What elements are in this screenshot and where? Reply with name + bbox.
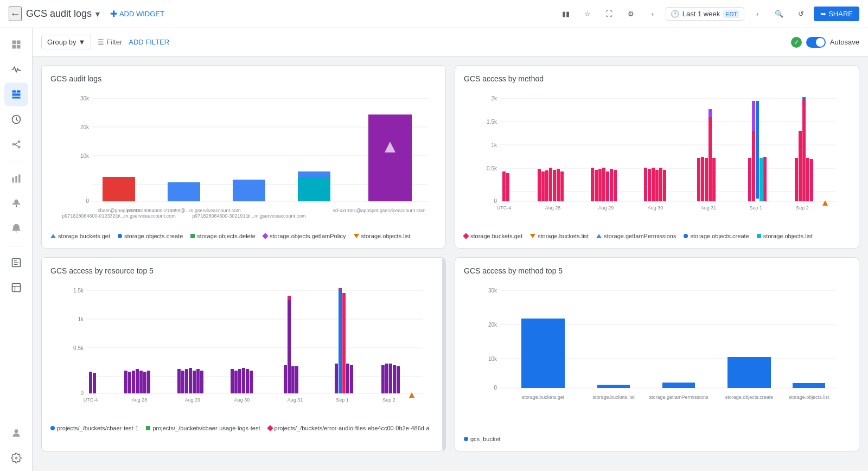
svg-rect-78 xyxy=(712,158,716,201)
svg-rect-136 xyxy=(339,290,342,393)
svg-text:p971828084600-012332@...m.gser: p971828084600-012332@...m.gserviceaccoun… xyxy=(62,213,175,219)
svg-text:30k: 30k xyxy=(488,288,497,294)
svg-text:10k: 10k xyxy=(80,153,90,159)
svg-rect-62 xyxy=(598,169,602,201)
svg-rect-61 xyxy=(595,170,598,201)
sidebar-item-user[interactable] xyxy=(4,421,28,445)
svg-rect-69 xyxy=(652,168,655,201)
svg-text:1.5k: 1.5k xyxy=(487,119,497,125)
sidebar-item-metrics[interactable] xyxy=(4,167,28,190)
autosave-label: Autosave xyxy=(830,38,859,46)
svg-rect-6 xyxy=(12,93,20,96)
legend-getiam: storage.getIamPermissions xyxy=(596,233,676,239)
nav-actions: ▮▮ ☆ ⛶ ⚙ ‹ 🕐 Last 1 week EDT › 🔍 ↺ ➥ SHA… xyxy=(557,5,859,23)
svg-rect-54 xyxy=(541,171,545,201)
sync-icon[interactable]: ↺ xyxy=(792,5,809,23)
legend-item-objects-delete: storage.objects.delete xyxy=(190,233,256,239)
svg-rect-33 xyxy=(368,114,412,201)
svg-text:sd-uxr-001@appspot.gserviceacc: sd-uxr-001@appspot.gserviceaccount.com xyxy=(333,208,425,213)
group-by-arrow: ▼ xyxy=(78,38,85,46)
filter-icon: ☰ xyxy=(98,38,104,46)
svg-text:0: 0 xyxy=(86,198,89,204)
main-content: GCS audit logs 30k 20k 10k 0 xyxy=(33,56,868,460)
svg-rect-118 xyxy=(181,371,184,393)
group-by-button[interactable]: Group by ▼ xyxy=(41,35,91,49)
svg-rect-68 xyxy=(648,169,651,201)
add-filter-button[interactable]: ADD FILTER xyxy=(129,38,169,46)
svg-rect-56 xyxy=(549,168,552,201)
svg-rect-131 xyxy=(288,300,291,393)
sidebar-divider-2 xyxy=(8,246,25,246)
sidebar-item-uptime[interactable] xyxy=(4,276,28,300)
svg-rect-114 xyxy=(139,371,143,393)
filter-button[interactable]: ☰ Filter xyxy=(98,38,122,46)
svg-rect-164 xyxy=(662,383,695,388)
share-button[interactable]: ➥ SHARE xyxy=(814,7,859,21)
svg-rect-64 xyxy=(606,171,609,201)
gcs-audit-logs-chart: 30k 20k 10k 0 cbaer@google.com xyxy=(50,87,437,228)
time-range-selector[interactable]: 🕐 Last 1 week EDT xyxy=(666,7,744,21)
sidebar-item-debug[interactable] xyxy=(4,192,28,215)
svg-text:0.5k: 0.5k xyxy=(73,345,84,351)
svg-rect-115 xyxy=(143,372,146,393)
svg-text:Sep 1: Sep 1 xyxy=(749,205,762,211)
page-title: GCS audit logs xyxy=(26,8,92,20)
svg-rect-112 xyxy=(132,371,135,393)
gcs-method-top5-title: GCS access by method top 5 xyxy=(464,266,850,275)
legend-icon xyxy=(146,426,150,430)
svg-text:0: 0 xyxy=(494,198,497,204)
title-dropdown-arrow[interactable]: ▼ xyxy=(94,10,101,18)
svg-rect-141 xyxy=(381,365,385,393)
svg-rect-166 xyxy=(793,383,825,388)
svg-rect-111 xyxy=(128,372,131,393)
legend-icon xyxy=(757,234,761,238)
legend-icon xyxy=(354,234,359,238)
svg-text:storage.buckets.list: storage.buckets.list xyxy=(592,394,635,400)
svg-rect-143 xyxy=(389,364,392,393)
svg-rect-31 xyxy=(298,177,330,201)
legend-objects-list: storage.objects.list xyxy=(757,233,813,239)
sidebar-item-monitoring[interactable] xyxy=(4,58,28,81)
sidebar-item-logs[interactable] xyxy=(4,107,28,131)
svg-rect-72 xyxy=(663,170,666,201)
svg-text:Aug 28: Aug 28 xyxy=(132,397,148,403)
next-icon[interactable]: › xyxy=(749,5,766,23)
svg-text:storage.objects.create: storage.objects.create xyxy=(725,394,774,400)
svg-text:Aug 30: Aug 30 xyxy=(648,205,663,211)
sidebar-item-settings[interactable] xyxy=(4,446,28,460)
prev-icon[interactable]: ‹ xyxy=(644,5,661,23)
sidebar-item-trace[interactable] xyxy=(4,132,28,156)
layout-icon[interactable]: ▮▮ xyxy=(557,5,575,23)
legend-item-buckets-get: storage.buckets.get xyxy=(50,233,110,239)
legend-icon xyxy=(596,234,602,238)
add-widget-button[interactable]: ✚ ADD WIDGET xyxy=(110,9,164,19)
autosave-toggle[interactable] xyxy=(806,37,826,48)
svg-rect-83 xyxy=(760,158,763,201)
star-icon[interactable]: ☆ xyxy=(579,5,596,23)
gcs-method-top5-panel: GCS access by method top 5 30k 20k 10k 0 xyxy=(455,257,859,451)
fullscreen-icon[interactable]: ⛶ xyxy=(601,5,618,23)
svg-rect-76 xyxy=(709,117,712,201)
svg-rect-3 xyxy=(16,45,20,49)
sidebar-item-alerts[interactable] xyxy=(4,217,28,240)
legend-icon xyxy=(262,233,268,239)
gcs-resource-top5-legend: projects/_/buckets/cbaer-test-1 projects… xyxy=(50,425,437,431)
back-button[interactable]: ← xyxy=(9,7,22,21)
svg-text:1.5k: 1.5k xyxy=(73,288,84,294)
svg-rect-85 xyxy=(795,158,798,201)
sidebar-item-dashboard[interactable] xyxy=(4,33,28,56)
svg-point-18 xyxy=(15,457,17,460)
svg-rect-79 xyxy=(748,158,751,201)
svg-rect-110 xyxy=(124,371,127,393)
svg-rect-28 xyxy=(103,177,135,201)
svg-text:Sep 2: Sep 2 xyxy=(382,397,395,403)
legend-icon xyxy=(530,234,535,238)
search-icon[interactable]: 🔍 xyxy=(770,5,788,23)
sidebar-item-slo[interactable] xyxy=(4,251,28,275)
settings-icon[interactable]: ⚙ xyxy=(622,5,640,23)
svg-rect-55 xyxy=(545,170,548,201)
sidebar-item-dashboards[interactable] xyxy=(4,82,28,106)
scroll-indicator[interactable] xyxy=(442,258,445,451)
svg-rect-120 xyxy=(189,368,192,393)
clock-icon: 🕐 xyxy=(671,10,679,18)
